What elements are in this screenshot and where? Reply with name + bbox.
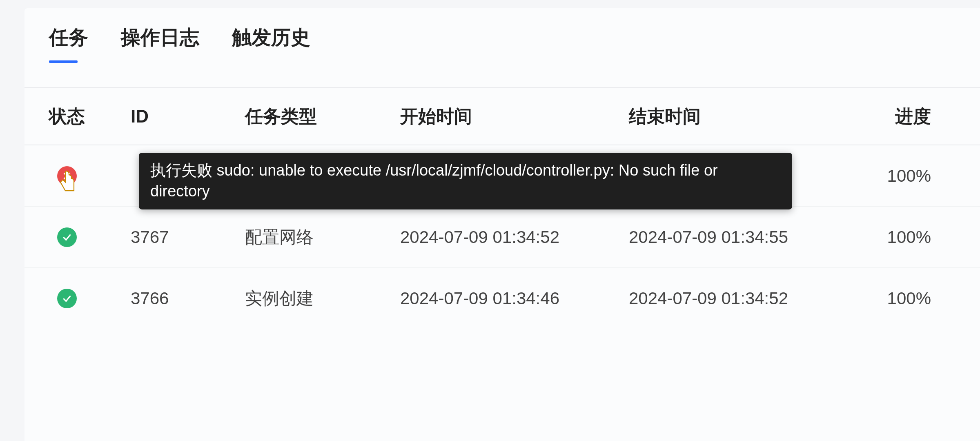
col-header-progress: 进度: [858, 105, 931, 129]
table-row[interactable]: 3766 实例创建 2024-07-09 01:34:46 2024-07-09…: [24, 268, 980, 329]
cell-status: [49, 288, 131, 308]
cell-type: 实例创建: [245, 287, 400, 310]
cell-id: 3766: [131, 289, 245, 308]
cell-type: 配置网络: [245, 226, 400, 249]
col-header-start: 开始时间: [400, 105, 629, 129]
tab-history[interactable]: 触发历史: [232, 24, 310, 59]
cell-end: 2024-07-09 01:34:55: [629, 227, 858, 247]
table-header: 状态 ID 任务类型 开始时间 结束时间 进度: [24, 88, 980, 145]
table-row[interactable]: 9 13:50:36 100% 执行失败 sudo: unable to exe…: [24, 145, 980, 207]
error-tooltip: 执行失败 sudo: unable to execute /usr/local/…: [139, 153, 792, 209]
cell-status: [49, 166, 131, 186]
col-header-id: ID: [131, 106, 245, 127]
cell-start: 2024-07-09 01:34:52: [400, 227, 629, 247]
success-icon: [57, 227, 77, 247]
task-panel: 任务 操作日志 触发历史 状态 ID 任务类型 开始时间 结束时间 进度: [24, 8, 980, 441]
task-table: 状态 ID 任务类型 开始时间 结束时间 进度: [24, 88, 980, 329]
cell-progress: 100%: [858, 227, 931, 247]
cell-status: [49, 227, 131, 247]
tab-bar: 任务 操作日志 触发历史: [24, 24, 980, 71]
cell-progress: 100%: [858, 166, 931, 186]
table-row[interactable]: 3767 配置网络 2024-07-09 01:34:52 2024-07-09…: [24, 207, 980, 268]
cursor-hand-icon: [57, 170, 78, 194]
tab-tasks[interactable]: 任务: [49, 24, 88, 59]
col-header-type: 任务类型: [245, 105, 400, 129]
tab-logs[interactable]: 操作日志: [121, 24, 199, 59]
col-header-status: 状态: [49, 105, 131, 129]
cell-start: 2024-07-09 01:34:46: [400, 289, 629, 308]
success-icon: [57, 289, 77, 308]
col-header-end: 结束时间: [629, 105, 858, 129]
cell-end: 2024-07-09 01:34:52: [629, 289, 858, 308]
cell-progress: 100%: [858, 289, 931, 308]
cell-id: 3767: [131, 227, 245, 247]
